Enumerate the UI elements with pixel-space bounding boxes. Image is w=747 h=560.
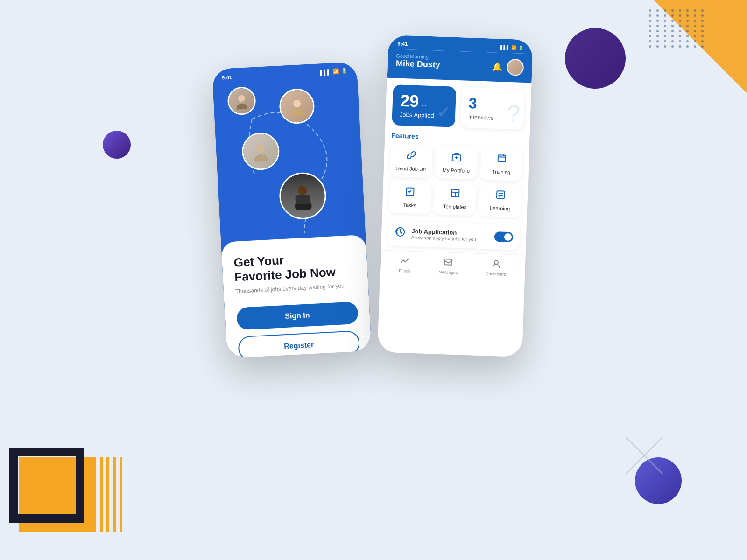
time-1: 9:41 [222,74,233,80]
jobs-applied-card[interactable]: 29 • • Jobs Applied ✓ [392,84,456,127]
bottom-nav: Feeds Messages Dashboard [380,250,526,285]
status-icons-2: ▌▌▌ 📶 🔋 [500,45,523,50]
tasks-icon [405,186,416,200]
deco-circle-purple-small [103,131,131,159]
phone1-white-section: Get Your Favorite Job Now Thousands of j… [221,235,372,358]
nav-dashboard[interactable]: Dashboard [486,259,507,277]
messages-icon [444,257,453,269]
svg-point-5 [236,103,247,110]
question-icon: ? [507,100,521,127]
feeds-icon [400,256,410,267]
avatar-4 [278,171,327,220]
phone1-subtitle: Thousands of jobs every day waiting for … [235,282,357,295]
dashboard-icon [491,259,501,271]
job-app-history-icon [395,226,406,241]
svg-point-7 [254,154,268,162]
time-2: 9:41 [397,41,408,47]
feature-send-job-url[interactable]: Send Job Url [390,144,432,178]
training-label: Training [492,169,511,175]
features-title: Features [391,132,523,144]
feeds-label: Feeds [399,268,410,273]
svg-point-2 [293,99,301,107]
avatar-3 [241,132,280,171]
my-portfolio-label: My Portfolio [443,167,470,174]
phone-dashboard: 9:41 ▌▌▌ 📶 🔋 Good Morning Mike Dusty 🔔 [377,35,533,357]
svg-rect-14 [498,155,505,162]
deco-dots-pattern [649,9,733,93]
features-section: Features Send Job Url [382,130,529,223]
phone1-blue-section [213,76,366,252]
phones-container: 9:41 ▌▌▌ 📶 🔋 [219,37,528,355]
feature-tasks[interactable]: Tasks [389,180,431,214]
deco-circle-purple-top [565,28,626,89]
svg-rect-10 [295,195,310,205]
bell-icon[interactable]: 🔔 [492,62,502,72]
phone1-title: Get Your Favorite Job Now [233,249,356,285]
greeting-name: Mike Dusty [395,58,440,70]
nav-feeds[interactable]: Feeds [399,256,411,273]
nav-messages[interactable]: Messages [438,257,458,275]
job-app-toggle[interactable] [494,231,514,242]
training-icon [496,153,507,167]
jobs-applied-number: 29 [400,92,419,110]
svg-point-8 [297,185,307,195]
status-icons-1: ▌▌▌ 📶 🔋 [320,68,348,75]
stats-row: 29 • • Jobs Applied ✓ 3 Interviews ? [385,78,532,135]
svg-point-6 [256,144,265,152]
feature-training[interactable]: Training [480,147,523,181]
send-job-url-label: Send Job Url [396,166,426,172]
messages-label: Messages [438,270,458,275]
svg-rect-27 [444,259,452,265]
learning-label: Learning [490,205,510,211]
svg-point-4 [238,95,245,102]
header-actions: 🔔 [492,58,524,76]
feature-my-portfolio[interactable]: My Portfolio [435,146,478,180]
features-grid: Send Job Url My Portfolio [389,144,523,217]
tasks-label: Tasks [403,202,416,208]
avatar-2 [227,86,256,116]
feature-templates[interactable]: Templates [434,182,476,216]
dashboard-header: Good Morning Mike Dusty 🔔 [387,49,533,83]
phone-login: 9:41 ▌▌▌ 📶 🔋 [212,62,372,358]
svg-point-28 [494,260,498,264]
learning-icon [495,189,506,203]
interviews-card[interactable]: 3 Interviews ? [460,87,525,130]
interviews-number: 3 [468,95,477,112]
templates-icon [450,188,461,202]
avatar-1 [278,88,315,125]
job-application-card: Job Application Allow app apply for jobs… [388,220,520,250]
interviews-label: Interviews [468,114,493,121]
dashboard-label: Dashboard [486,271,506,277]
job-app-text: Job Application Allow app apply for jobs… [411,228,489,243]
templates-label: Templates [443,203,467,210]
greeting-section: Good Morning Mike Dusty [395,53,440,70]
register-button[interactable]: Register [238,330,360,358]
signin-button[interactable]: Sign In [236,301,359,330]
svg-line-15 [498,157,506,157]
feature-learning[interactable]: Learning [479,183,521,217]
checkmark-icon: ✓ [437,103,451,123]
svg-rect-22 [497,191,505,199]
deco-cross-pattern [626,437,663,476]
link-icon [406,150,417,163]
deco-orange-bottom-left [19,457,93,532]
user-avatar-header[interactable] [507,59,524,76]
portfolio-icon [451,152,462,165]
svg-point-3 [291,109,303,116]
